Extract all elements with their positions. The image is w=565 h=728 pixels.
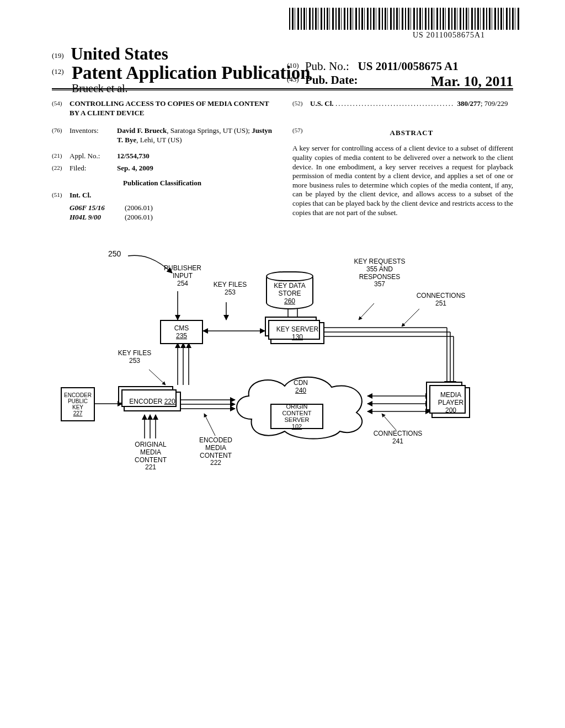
uscl-entry: (52) U.S. Cl. ..........................… <box>292 99 513 109</box>
label-key-files-1: KEY FILES253 <box>211 281 249 297</box>
intcl-list: G06F 15/16(2006.01) H04L 9/00(2006.01) <box>70 204 273 222</box>
svg-line-12 <box>149 370 166 385</box>
label-publisher-input: PUBLISHER INPUT254 <box>158 265 207 287</box>
label-connections-251: CONNECTIONS251 <box>411 292 471 308</box>
applno-entry: (21) Appl. No.: 12/554,730 <box>52 152 273 161</box>
box-key-server: KEY SERVER130 <box>270 322 324 344</box>
header-rule <box>52 88 513 90</box>
label-encoded-media: ENCODED MEDIA CONTENT222 <box>191 437 241 467</box>
svg-line-27 <box>382 414 396 430</box>
intcl-entry: (51) Int. Cl. <box>52 191 273 200</box>
svg-line-20 <box>204 414 215 436</box>
box-media-player: MEDIA PLAYER200 <box>431 387 470 418</box>
svg-line-11 <box>402 309 419 326</box>
filed-entry: (22) Filed: Sep. 4, 2009 <box>52 164 273 173</box>
box-encoder-pk: ENCODER PUBLIC KEY227 <box>61 387 95 421</box>
label-key-files-2: KEY FILES253 <box>113 350 157 365</box>
label-connections-241: CONNECTIONS241 <box>367 430 428 446</box>
title-entry: (54) CONTROLLING ACCESS TO COPIES OF MED… <box>52 99 273 117</box>
box-cms: CMS235 <box>160 320 203 344</box>
figure-diagram: 250 PUBLISHER INPUT254 KEY FILES253 KEY … <box>61 248 504 491</box>
pub-no-line: (10) Pub. No.: US 2011/0058675 A1 <box>287 60 513 73</box>
box-origin: ORIGIN CONTENT SERVER102 <box>270 404 323 429</box>
pubclass-heading: Publication Classification <box>52 179 273 188</box>
cylinder-key-data-store: KEY DATA STORE 260 <box>266 267 313 309</box>
inventors-entry: (76) Inventors: David F. Brueck, Saratog… <box>52 126 273 144</box>
ref-250: 250 <box>108 249 121 258</box>
label-key-requests: KEY REQUESTS 355 AND RESPONSES 357 <box>353 258 406 288</box>
abstract-head: (57) ABSTRACT <box>292 126 513 141</box>
barcode-text: US 20110058675A1 <box>413 31 485 40</box>
label-original-media: ORIGINAL MEDIA CONTENT221 <box>126 441 175 472</box>
barcode <box>289 8 521 30</box>
abstract-text: A key server for controlling access of a… <box>292 144 513 217</box>
svg-line-28 <box>359 303 374 320</box>
pub-date-line: (43) Pub. Date: Mar. 10, 2011 <box>287 73 513 87</box>
box-encoder: ENCODER 220 <box>124 392 181 411</box>
